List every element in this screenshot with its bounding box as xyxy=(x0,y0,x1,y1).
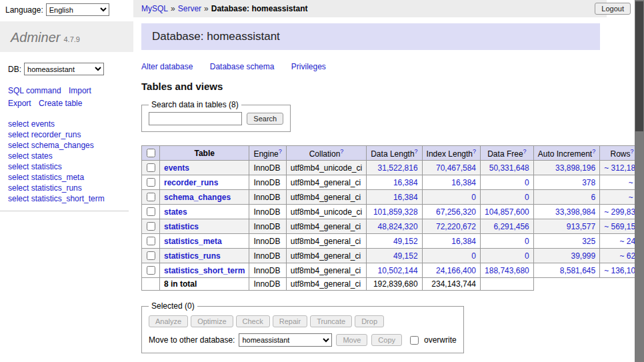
index-length-link[interactable]: 0 xyxy=(471,251,476,261)
import-link[interactable]: Import xyxy=(69,86,91,95)
data-free-link[interactable]: 104,857,600 xyxy=(485,207,529,217)
index-length-link[interactable]: 16,384 xyxy=(451,178,476,187)
data-length-link[interactable]: 101,859,328 xyxy=(373,207,418,217)
data-free-link[interactable]: 0 xyxy=(525,178,529,187)
table-name-link[interactable]: recorder_runs xyxy=(164,178,218,187)
index-length-link[interactable]: 72,220,672 xyxy=(436,222,476,231)
index-length-link[interactable]: 24,166,400 xyxy=(436,266,476,275)
data-free-link[interactable]: 0 xyxy=(525,193,529,202)
privileges-link[interactable]: Privileges xyxy=(291,62,326,71)
check-button[interactable]: Check xyxy=(236,315,270,327)
drop-button[interactable]: Drop xyxy=(355,315,384,327)
breadcrumb-mysql-link[interactable]: MySQL xyxy=(141,4,168,13)
row-checkbox[interactable] xyxy=(147,237,155,245)
sidebar-table-link[interactable]: statistics_short_term xyxy=(31,194,105,203)
column-help-link[interactable]: ? xyxy=(473,148,476,155)
truncate-button[interactable]: Truncate xyxy=(310,315,352,327)
index-length-link[interactable]: 70,467,584 xyxy=(436,163,476,173)
data-length-link[interactable]: 10,502,144 xyxy=(378,266,418,275)
select-all-checkbox[interactable] xyxy=(147,149,155,157)
row-checkbox[interactable] xyxy=(147,222,155,231)
data-free-link[interactable]: 0 xyxy=(525,237,529,246)
column-help-link[interactable]: ? xyxy=(523,148,527,155)
column-help-link[interactable]: ? xyxy=(415,148,418,155)
auto-increment-link[interactable]: 6 xyxy=(591,193,595,202)
column-help-link[interactable]: ? xyxy=(592,148,595,155)
data-free-link[interactable]: 6,291,456 xyxy=(493,222,529,231)
column-help-link[interactable]: ? xyxy=(279,148,282,155)
breadcrumb-server-link[interactable]: Server xyxy=(178,4,201,13)
move-button[interactable]: Move xyxy=(336,334,367,346)
table-name-link[interactable]: statistics_short_term xyxy=(164,266,245,275)
data-length-link[interactable]: 49,152 xyxy=(393,237,418,246)
auto-increment-link[interactable]: 33,398,984 xyxy=(555,207,595,217)
data-length-link[interactable]: 31,522,816 xyxy=(378,163,418,173)
search-input[interactable] xyxy=(149,112,242,125)
auto-increment-link[interactable]: 913,577 xyxy=(567,222,595,231)
rows-link[interactable]: ~ 628 xyxy=(620,251,635,261)
sidebar-table-link[interactable]: statistics xyxy=(31,162,62,171)
rows-link[interactable]: ~ 312,180 xyxy=(604,163,635,173)
optimize-button[interactable]: Optimize xyxy=(191,315,233,327)
column-help-link[interactable]: ? xyxy=(340,148,343,155)
sidebar-table-link[interactable]: recorder_runs xyxy=(31,130,81,139)
rows-link[interactable]: ~ 3 xyxy=(629,193,635,202)
sidebar-select-link[interactable]: select xyxy=(8,119,29,129)
row-checkbox[interactable] xyxy=(147,178,155,187)
language-select[interactable]: English xyxy=(46,3,109,16)
sidebar-table-link[interactable]: events xyxy=(31,119,55,129)
index-length-link[interactable]: 0 xyxy=(471,193,476,202)
vertical-scrollbar[interactable] xyxy=(635,0,644,362)
table-name-link[interactable]: statistics_meta xyxy=(164,237,222,246)
rows-link[interactable]: ~ 244 xyxy=(620,237,635,246)
sidebar-table-link[interactable]: schema_changes xyxy=(31,141,94,150)
sidebar-table-link[interactable]: statistics_runs xyxy=(31,183,82,193)
sidebar-select-link[interactable]: select xyxy=(8,130,29,139)
search-button[interactable] xyxy=(247,113,283,125)
auto-increment-link[interactable]: 33,898,196 xyxy=(555,163,595,173)
table-name-link[interactable]: states xyxy=(164,207,187,217)
index-length-link[interactable]: 67,256,320 xyxy=(436,207,476,217)
data-length-link[interactable]: 49,152 xyxy=(393,251,418,261)
alter-database-link[interactable]: Alter database xyxy=(141,62,193,71)
table-name-link[interactable]: schema_changes xyxy=(164,193,231,202)
column-help-link[interactable]: ? xyxy=(631,148,634,155)
table-name-link[interactable]: statistics_runs xyxy=(164,251,221,261)
sidebar-select-link[interactable]: select xyxy=(8,151,29,161)
auto-increment-link[interactable]: 378 xyxy=(582,178,595,187)
sidebar-table-link[interactable]: states xyxy=(31,151,53,161)
data-free-link[interactable]: 188,743,680 xyxy=(485,266,529,275)
sql-command-link[interactable]: SQL command xyxy=(8,86,61,95)
sidebar-select-link[interactable]: select xyxy=(8,141,29,150)
row-checkbox[interactable] xyxy=(147,193,155,201)
db-select[interactable]: homeassistant xyxy=(24,63,104,75)
create-table-sidebar-link[interactable]: Create table xyxy=(39,99,82,108)
sidebar-select-link[interactable]: select xyxy=(8,162,29,171)
rows-link[interactable]: ~ 569,159 xyxy=(604,222,635,231)
data-free-link[interactable]: 0 xyxy=(525,251,529,261)
index-length-link[interactable]: 16,384 xyxy=(451,237,476,246)
analyze-button[interactable]: Analyze xyxy=(149,315,188,327)
database-schema-link[interactable]: Database schema xyxy=(210,62,275,71)
auto-increment-link[interactable]: 325 xyxy=(582,237,595,246)
data-length-link[interactable]: 16,384 xyxy=(393,178,418,187)
export-link[interactable]: Export xyxy=(8,99,31,108)
row-checkbox[interactable] xyxy=(147,251,155,260)
data-length-link[interactable]: 48,824,320 xyxy=(378,222,418,231)
rows-link[interactable]: ~ 5 xyxy=(629,178,635,187)
rows-link[interactable]: ~ 299,833 xyxy=(604,207,635,217)
data-length-link[interactable]: 16,384 xyxy=(393,193,418,202)
sidebar-select-link[interactable]: select xyxy=(8,173,29,182)
row-checkbox[interactable] xyxy=(147,266,155,275)
logout-button[interactable] xyxy=(595,3,631,15)
overwrite-checkbox[interactable] xyxy=(410,336,419,345)
row-checkbox[interactable] xyxy=(147,163,155,172)
table-name-link[interactable]: events xyxy=(164,163,189,173)
auto-increment-link[interactable]: 39,999 xyxy=(571,251,595,261)
data-free-link[interactable]: 50,331,648 xyxy=(489,163,529,173)
copy-button[interactable]: Copy xyxy=(371,334,402,346)
row-checkbox[interactable] xyxy=(147,207,155,216)
auto-increment-link[interactable]: 8,581,645 xyxy=(560,266,595,275)
move-db-select[interactable]: homeassistant xyxy=(239,333,332,347)
sidebar-select-link[interactable]: select xyxy=(8,183,29,193)
